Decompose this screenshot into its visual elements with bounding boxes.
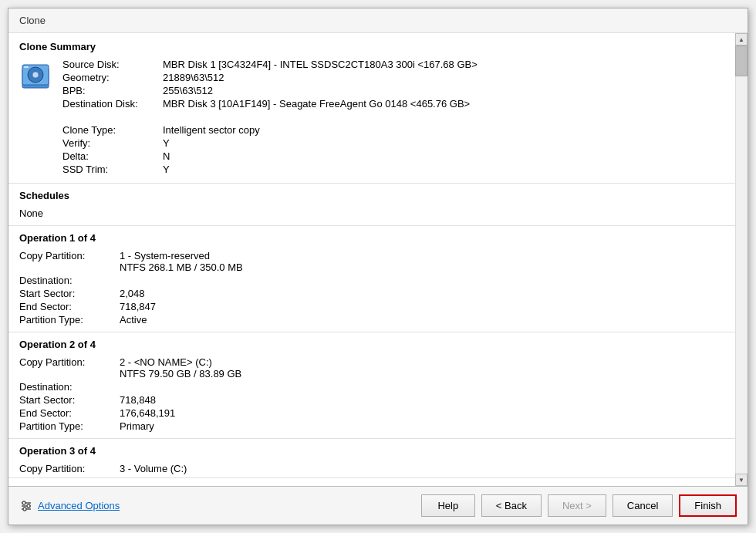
op1-end-value: 718,847 bbox=[120, 301, 724, 312]
back-button[interactable]: < Back bbox=[481, 494, 542, 517]
operation1-header: Operation 1 of 4 bbox=[19, 232, 724, 244]
clone-type-value: Intelligent sector copy bbox=[163, 124, 724, 136]
destination-disk-label: Destination Disk: bbox=[62, 98, 163, 110]
destination-disk-value: MBR Disk 3 [10A1F149] - Seagate FreeAgen… bbox=[163, 98, 724, 110]
op2-end-value: 176,648,191 bbox=[120, 407, 724, 419]
footer-left: Advanced Options bbox=[19, 499, 421, 513]
ssd-trim-label: SSD Trim: bbox=[62, 164, 163, 175]
finish-button[interactable]: Finish bbox=[679, 494, 737, 517]
op2-part-label: Partition Type: bbox=[19, 420, 120, 432]
op2-start-value: 718,848 bbox=[120, 394, 724, 406]
clone-window: Clone Clone Summary bbox=[8, 8, 748, 525]
op2-end-label: End Sector: bbox=[19, 407, 120, 419]
operation2-grid: Copy Partition: 2 - <NO NAME> (C:) NTFS … bbox=[19, 356, 724, 432]
next-button[interactable]: Next > bbox=[548, 494, 606, 517]
scrollbar-up-arrow[interactable]: ▲ bbox=[735, 33, 748, 46]
operation2-header: Operation 2 of 4 bbox=[19, 339, 724, 350]
op2-copy-label: Copy Partition: bbox=[19, 356, 120, 380]
op1-start-value: 2,048 bbox=[120, 288, 724, 299]
source-disk-value: MBR Disk 1 [3C4324F4] - INTEL SSDSC2CT18… bbox=[163, 59, 724, 70]
disk-icon bbox=[19, 60, 52, 93]
op3-copy-value: 3 - Volume (C:) bbox=[120, 463, 724, 474]
scrollbar-thumb[interactable] bbox=[735, 46, 748, 76]
advanced-options-icon bbox=[19, 499, 33, 513]
svg-point-8 bbox=[27, 504, 30, 508]
op2-part-value: Primary bbox=[120, 420, 724, 432]
scrollbar-down-arrow[interactable]: ▼ bbox=[735, 474, 748, 486]
operation3-header: Operation 3 of 4 bbox=[19, 445, 724, 457]
ssd-trim-value: Y bbox=[163, 164, 724, 175]
geometry-label: Geometry: bbox=[62, 72, 163, 83]
operation1-grid: Copy Partition: 1 - System-reserved NTFS… bbox=[19, 250, 724, 326]
title-text: Clone bbox=[19, 15, 46, 26]
scroll-area[interactable]: Clone Summary Source Disk: MBR Disk 1 [3… bbox=[8, 33, 748, 486]
svg-point-3 bbox=[32, 72, 39, 78]
operation3-grid: Copy Partition: 3 - Volume (C:) bbox=[19, 463, 724, 474]
help-button[interactable]: Help bbox=[421, 494, 475, 517]
scrollbar-track[interactable]: ▲ ▼ bbox=[735, 33, 748, 486]
op1-dest-value bbox=[120, 275, 724, 286]
op2-copy-value: 2 - <NO NAME> (C:) NTFS 79.50 GB / 83.89… bbox=[120, 356, 724, 380]
op1-copy-label: Copy Partition: bbox=[19, 250, 120, 273]
svg-rect-4 bbox=[24, 66, 29, 68]
window-title: Clone bbox=[8, 8, 748, 33]
window-content: Clone Summary Source Disk: MBR Disk 1 [3… bbox=[8, 33, 748, 525]
bpb-value: 255\63\512 bbox=[163, 85, 724, 96]
bpb-label: BPB: bbox=[62, 85, 163, 96]
delta-label: Delta: bbox=[62, 150, 163, 162]
verify-label: Verify: bbox=[62, 137, 163, 149]
op1-start-label: Start Sector: bbox=[19, 288, 120, 299]
op2-dest-value bbox=[120, 381, 724, 393]
clone-type-label: Clone Type: bbox=[62, 124, 163, 136]
op2-start-label: Start Sector: bbox=[19, 394, 120, 406]
delta-value: N bbox=[163, 150, 724, 162]
svg-point-10 bbox=[23, 508, 26, 511]
op2-dest-label: Destination: bbox=[19, 381, 120, 393]
geometry-value: 21889\63\512 bbox=[163, 72, 724, 83]
schedules-header: Schedules bbox=[19, 190, 724, 201]
op1-dest-label: Destination: bbox=[19, 275, 120, 286]
cancel-button[interactable]: Cancel bbox=[613, 494, 673, 517]
op1-part-label: Partition Type: bbox=[19, 314, 120, 326]
clone-summary-header: Clone Summary bbox=[19, 41, 724, 52]
clone-summary-grid: Source Disk: MBR Disk 1 [3C4324F4] - INT… bbox=[62, 59, 724, 175]
verify-value: Y bbox=[163, 137, 724, 149]
op1-end-label: End Sector: bbox=[19, 301, 120, 312]
op1-part-value: Active bbox=[120, 314, 724, 326]
svg-point-6 bbox=[22, 501, 25, 504]
spacer1 bbox=[62, 111, 163, 123]
footer-buttons: Help < Back Next > Cancel Finish bbox=[421, 494, 737, 517]
op1-copy-value: 1 - System-reserved NTFS 268.1 MB / 350.… bbox=[120, 250, 724, 273]
schedules-value: None bbox=[19, 207, 724, 219]
source-disk-label: Source Disk: bbox=[62, 59, 163, 70]
footer: Advanced Options Help < Back Next > Canc… bbox=[8, 486, 748, 525]
advanced-options-link[interactable]: Advanced Options bbox=[38, 500, 120, 511]
op3-copy-label: Copy Partition: bbox=[19, 463, 120, 474]
